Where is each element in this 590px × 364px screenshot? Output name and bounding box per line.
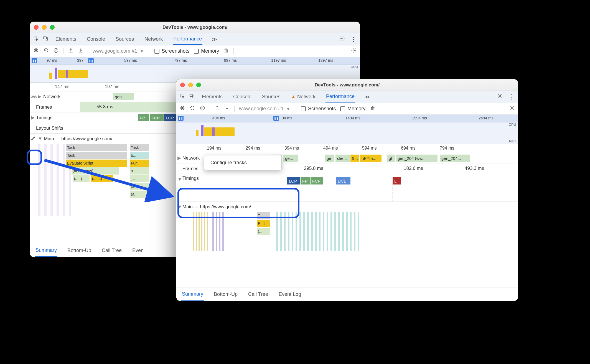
chip[interactable]: 9... <box>350 155 359 162</box>
close-icon[interactable] <box>180 83 185 87</box>
expander-icon[interactable]: ▼ <box>177 204 182 210</box>
flame-bar[interactable]: s_... <box>130 167 149 175</box>
flame-bar[interactable]: (anon...ous) <box>72 167 119 175</box>
reload-icon[interactable] <box>43 48 49 55</box>
screenshots-checkbox[interactable]: Screenshots <box>154 48 189 54</box>
flame-bar[interactable]: Evaluate Script <box>66 160 127 167</box>
chip[interactable]: LCP <box>164 114 177 121</box>
flame-bar[interactable]: (a...) <box>73 175 90 182</box>
tab-performance[interactable]: Performance <box>173 34 202 45</box>
flame-bar[interactable]: Fun. <box>130 160 149 167</box>
tab-sources[interactable]: Sources <box>115 34 134 44</box>
chip[interactable]: FP <box>138 114 149 121</box>
flame-bar[interactable]: (a...s) <box>91 175 113 182</box>
pause-icon-2[interactable]: ❚❚ <box>273 116 279 121</box>
more-tabs-icon[interactable]: ≫ <box>212 36 217 42</box>
zoom-icon[interactable] <box>196 83 201 87</box>
record-icon[interactable] <box>180 105 185 112</box>
expander-icon[interactable]: ▼ <box>38 136 42 142</box>
device-icon[interactable] <box>189 93 195 100</box>
pause-icon-2[interactable]: ❚❚ <box>88 58 94 63</box>
memory-checkbox[interactable]: Memory <box>340 106 365 112</box>
flame-bar[interactable]: (a... <box>130 191 149 198</box>
pause-icon[interactable]: ❚❚ <box>178 116 184 121</box>
chip[interactable]: ge... <box>283 155 298 162</box>
inspect-icon[interactable] <box>33 36 39 43</box>
tab-elements[interactable]: Elements <box>55 34 77 44</box>
settings-gear-icon[interactable] <box>509 105 515 112</box>
chip[interactable]: gen_... <box>113 93 134 100</box>
kebab-icon[interactable]: ⋮ <box>350 36 357 43</box>
profile-dropdown[interactable]: www.google.com #1 ▾ <box>93 48 145 54</box>
expander-icon[interactable]: ▶ <box>38 94 41 99</box>
chip[interactable]: gl <box>387 155 395 162</box>
download-icon[interactable] <box>224 105 230 112</box>
tab-network[interactable]: Network <box>144 34 163 44</box>
overview-ruler[interactable]: ❚❚ 494 ms ❚❚ 94 ms 1494 ms 1994 ms 2494 … <box>176 115 518 122</box>
pencil-icon[interactable] <box>30 135 36 142</box>
tab-network[interactable]: ▲ Network <box>290 92 316 102</box>
track-main-header[interactable]: ▼ Main — https://www.google.com/ <box>176 202 518 212</box>
more-tabs-icon[interactable]: ≫ <box>365 94 370 100</box>
cpu-overview[interactable]: CPU NET <box>176 122 518 144</box>
memory-checkbox[interactable]: Memory <box>194 48 219 54</box>
bt-eventlog[interactable]: Even <box>132 245 144 256</box>
flame-bar[interactable]: (a... <box>130 183 149 190</box>
chip[interactable]: DCL <box>336 177 350 184</box>
chip[interactable]: FCP <box>150 114 164 121</box>
clear-icon[interactable] <box>200 105 205 112</box>
clear-icon[interactable] <box>53 48 59 55</box>
chip[interactable]: clie... <box>335 155 350 162</box>
expander-icon[interactable]: ▼ <box>177 177 182 182</box>
tracks-pane[interactable]: ▶ Network g...ge...geclie...9...hPYm...g… <box>176 153 518 288</box>
flame-bar[interactable]: (... <box>257 228 270 235</box>
expander-icon[interactable]: ▶ <box>31 115 35 121</box>
chip[interactable]: FCP <box>311 177 323 184</box>
reload-icon[interactable] <box>190 105 195 112</box>
garbage-icon[interactable] <box>223 48 229 55</box>
flame-bar[interactable]: Task <box>66 144 127 151</box>
bt-calltree[interactable]: Call Tree <box>248 289 269 300</box>
chip[interactable]: FP <box>301 177 310 184</box>
gear-icon[interactable] <box>339 36 345 43</box>
expander-icon[interactable]: ▶ <box>177 155 181 161</box>
bt-summary[interactable]: Summary <box>35 245 57 257</box>
garbage-icon[interactable] <box>370 105 375 112</box>
tab-console[interactable]: Console <box>233 92 252 102</box>
chip[interactable]: gen_204... <box>440 155 470 162</box>
pause-icon[interactable]: ❚❚ <box>32 58 37 63</box>
chip[interactable]: LCP <box>287 177 300 184</box>
chip[interactable]: ge <box>325 155 334 162</box>
flame-bar[interactable]: b... <box>130 152 149 159</box>
minimize-icon[interactable] <box>42 25 47 30</box>
profile-dropdown[interactable]: www.google.com #1 ▾ <box>239 106 292 112</box>
upload-icon[interactable] <box>214 105 220 112</box>
settings-gear-icon[interactable] <box>351 48 357 55</box>
track-timings[interactable]: ▼ Timings LCPFPFCPDCLL <box>176 174 518 202</box>
kebab-icon[interactable]: ⋮ <box>508 93 515 101</box>
bt-summary[interactable]: Summary <box>181 288 204 301</box>
zoom-icon[interactable] <box>50 25 55 30</box>
tab-performance[interactable]: Performance <box>325 91 355 102</box>
bt-bottomup[interactable]: Bottom-Up <box>213 289 238 300</box>
tab-sources[interactable]: Sources <box>261 92 281 102</box>
tab-console[interactable]: Console <box>86 34 106 44</box>
chip[interactable]: L <box>393 177 401 184</box>
flame-chart[interactable]: T...E...t(... <box>176 212 518 251</box>
flame-bar[interactable]: T... <box>257 212 270 219</box>
bt-eventlog[interactable]: Event Log <box>278 289 302 300</box>
device-icon[interactable] <box>43 36 48 43</box>
detail-ruler[interactable]: 194 ms 294 ms 394 ms 494 ms 594 ms 694 m… <box>176 144 518 153</box>
tab-elements[interactable]: Elements <box>201 92 223 102</box>
bt-calltree[interactable]: Call Tree <box>101 245 122 256</box>
minimize-icon[interactable] <box>188 83 193 87</box>
upload-icon[interactable] <box>68 48 73 55</box>
flame-bar[interactable]: _... <box>130 175 149 182</box>
screenshots-checkbox[interactable]: Screenshots <box>301 106 336 112</box>
flame-bar[interactable]: E...t <box>257 220 270 227</box>
chip[interactable]: hPYm... <box>360 155 382 162</box>
flame-bar[interactable]: Task <box>130 144 149 151</box>
chip[interactable]: gen_204 (ww... <box>396 155 438 162</box>
overview-ruler[interactable]: ❚❚ 97 ms 397 ❚❚ 597 ms 797 ms 997 ms 119… <box>30 57 360 65</box>
bt-bottomup[interactable]: Bottom-Up <box>67 245 92 256</box>
